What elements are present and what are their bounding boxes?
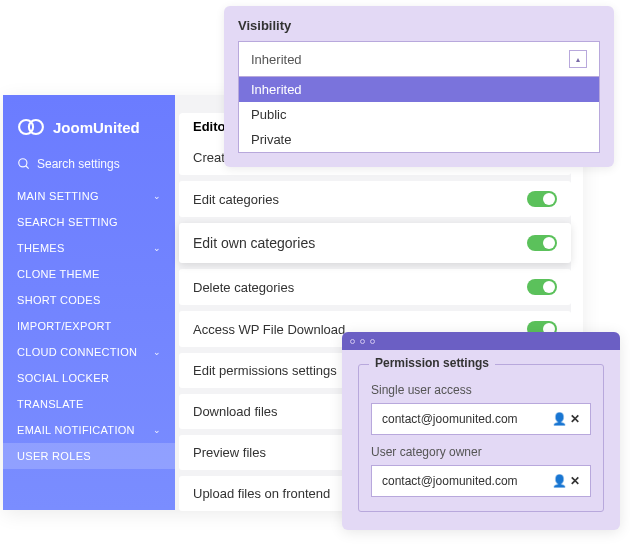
- toggle-switch[interactable]: [527, 235, 557, 251]
- sidebar-item-main-setting[interactable]: MAIN SETTING⌄: [3, 183, 175, 209]
- sidebar-item-social-locker[interactable]: SOCIAL LOCKER: [3, 365, 175, 391]
- clear-icon[interactable]: ✕: [570, 474, 580, 488]
- visibility-options: InheritedPublicPrivate: [238, 76, 600, 153]
- visibility-selected-value: Inherited: [251, 52, 302, 67]
- panel-body: Permission settings Single user access c…: [342, 350, 620, 530]
- search-icon: [17, 157, 31, 171]
- permission-fieldset: Permission settings Single user access c…: [358, 364, 604, 512]
- sidebar-item-label: SHORT CODES: [17, 294, 101, 306]
- sidebar-item-cloud-connection[interactable]: CLOUD CONNECTION⌄: [3, 339, 175, 365]
- sidebar-item-label: THEMES: [17, 242, 65, 254]
- sidebar-item-label: IMPORT/EXPORT: [17, 320, 112, 332]
- owner-label: User category owner: [371, 445, 591, 459]
- sidebar-item-label: SEARCH SETTING: [17, 216, 118, 228]
- brand-name: JoomUnited: [53, 119, 140, 136]
- single-user-input[interactable]: contact@joomunited.com 👤 ✕: [371, 403, 591, 435]
- permission-settings-panel: Permission settings Single user access c…: [342, 332, 620, 530]
- permission-label: Edit categories: [193, 192, 279, 207]
- permission-label: Upload files on frontend: [193, 486, 330, 501]
- sidebar-item-label: CLOUD CONNECTION: [17, 346, 137, 358]
- sidebar-item-clone-theme[interactable]: CLONE THEME: [3, 261, 175, 287]
- svg-point-2: [19, 159, 27, 167]
- chevron-down-icon: ⌄: [153, 243, 161, 253]
- sidebar-item-themes[interactable]: THEMES⌄: [3, 235, 175, 261]
- sidebar-item-label: EMAIL NOTIFICATION: [17, 424, 135, 436]
- search-placeholder: Search settings: [37, 157, 120, 171]
- chevron-down-icon: ⌄: [153, 347, 161, 357]
- sidebar: JoomUnited Search settings MAIN SETTING⌄…: [3, 95, 175, 510]
- permission-row[interactable]: Delete categories: [179, 269, 571, 305]
- chevron-down-icon: ⌄: [153, 191, 161, 201]
- sidebar-item-label: SOCIAL LOCKER: [17, 372, 109, 384]
- toggle-switch[interactable]: [527, 279, 557, 295]
- permission-row[interactable]: Edit own categories: [179, 223, 571, 263]
- visibility-option[interactable]: Public: [239, 102, 599, 127]
- single-user-value: contact@joomunited.com: [382, 412, 518, 426]
- titlebar-dot: [370, 339, 375, 344]
- owner-value: contact@joomunited.com: [382, 474, 518, 488]
- sidebar-item-translate[interactable]: TRANSLATE: [3, 391, 175, 417]
- sidebar-item-label: USER ROLES: [17, 450, 91, 462]
- nav-list: MAIN SETTING⌄SEARCH SETTINGTHEMES⌄CLONE …: [3, 183, 175, 469]
- titlebar-dot: [350, 339, 355, 344]
- visibility-dropdown[interactable]: Inherited ▴: [238, 41, 600, 76]
- fieldset-legend: Permission settings: [369, 356, 495, 370]
- sidebar-item-label: TRANSLATE: [17, 398, 84, 410]
- sidebar-item-label: CLONE THEME: [17, 268, 100, 280]
- visibility-option[interactable]: Private: [239, 127, 599, 152]
- caret-up-icon: ▴: [569, 50, 587, 68]
- permission-row[interactable]: Edit categories: [179, 181, 571, 217]
- owner-input[interactable]: contact@joomunited.com 👤 ✕: [371, 465, 591, 497]
- sidebar-item-email-notification[interactable]: EMAIL NOTIFICATION⌄: [3, 417, 175, 443]
- visibility-option[interactable]: Inherited: [239, 77, 599, 102]
- sidebar-item-import-export[interactable]: IMPORT/EXPORT: [3, 313, 175, 339]
- visibility-title: Visibility: [238, 18, 600, 33]
- toggle-switch[interactable]: [527, 191, 557, 207]
- user-icon[interactable]: 👤: [552, 474, 567, 488]
- logo-icon: [17, 113, 45, 141]
- input-actions: 👤 ✕: [552, 412, 580, 426]
- svg-point-1: [29, 120, 43, 134]
- permission-label: Edit permissions settings: [193, 363, 337, 378]
- brand-logo: JoomUnited: [3, 105, 175, 153]
- sidebar-item-user-roles[interactable]: USER ROLES: [3, 443, 175, 469]
- permission-label: Preview files: [193, 445, 266, 460]
- search-settings[interactable]: Search settings: [3, 153, 175, 183]
- visibility-panel: Visibility Inherited ▴ InheritedPublicPr…: [224, 6, 614, 167]
- input-actions: 👤 ✕: [552, 474, 580, 488]
- permission-label: Edit own categories: [193, 235, 315, 251]
- chevron-down-icon: ⌄: [153, 425, 161, 435]
- clear-icon[interactable]: ✕: [570, 412, 580, 426]
- user-icon[interactable]: 👤: [552, 412, 567, 426]
- sidebar-item-short-codes[interactable]: SHORT CODES: [3, 287, 175, 313]
- permission-label: Delete categories: [193, 280, 294, 295]
- single-user-label: Single user access: [371, 383, 591, 397]
- permission-label: Access WP File Download: [193, 322, 345, 337]
- titlebar-dot: [360, 339, 365, 344]
- permission-label: Download files: [193, 404, 278, 419]
- panel-titlebar: [342, 332, 620, 350]
- svg-line-3: [26, 166, 29, 169]
- sidebar-item-label: MAIN SETTING: [17, 190, 99, 202]
- sidebar-item-search-setting[interactable]: SEARCH SETTING: [3, 209, 175, 235]
